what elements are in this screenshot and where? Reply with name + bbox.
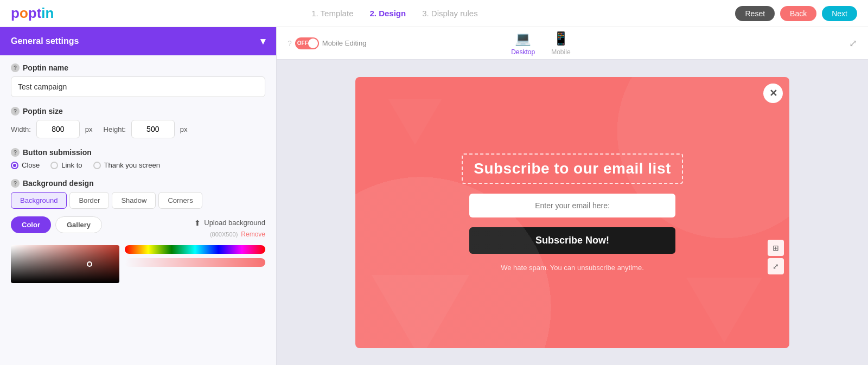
color-gradient[interactable] [11,245,119,283]
popup-email-input[interactable] [469,194,675,217]
sidebar: General settings ▾ ? Poptin name ? Popti… [0,27,277,365]
back-button[interactable]: Back [780,6,816,21]
radio-close-indicator [11,162,18,169]
upload-bg-size: (800X500) [210,231,238,238]
radio-close-label: Close [22,161,40,169]
gallery-button[interactable]: Gallery [55,216,102,233]
preview-toolbar: ? OFF Mobile Editing 💻 Desktop 📱 Mobile … [277,27,868,60]
resize-icon-btn[interactable]: ⤢ [768,258,784,274]
tab-shadow[interactable]: Shadow [112,192,156,209]
mobile-icon: 📱 [553,31,569,46]
radio-close[interactable]: Close [11,161,40,169]
poptin-name-group: ? Poptin name [11,63,265,97]
width-label: Width: [11,125,31,133]
spam-text: We hate spam. You can unsubscribe anytim… [501,264,644,272]
bg-design-tabs: Background Border Shadow Corners [11,192,265,209]
step-template[interactable]: 1. Template [311,9,353,18]
color-button[interactable]: Color [11,216,51,233]
gradient-indicator[interactable] [87,261,92,267]
preview-canvas: ✕ ⊞ ⤢ Subscribe to our email list Subscr… [277,60,868,365]
mobile-label: Mobile [551,48,570,56]
color-picker-area [11,245,265,283]
deco-triangle-top-left [388,99,442,145]
deco-triangle-bottom-right [686,278,762,343]
copy-icon-btn[interactable]: ⊞ [768,240,784,256]
height-label: Height: [104,125,126,133]
logo: poptin [11,5,54,22]
poptin-size-group: ? Poptin size Width: px Height: px [11,107,265,138]
radio-link-to-indicator [50,162,58,169]
steps: 1. Template 2. Design 3. Display rules [311,9,478,18]
header: poptin 1. Template 2. Design 3. Display … [0,0,868,27]
popup-title-wrapper[interactable]: Subscribe to our email list [462,153,683,184]
tab-corners[interactable]: Corners [158,192,202,209]
background-design-label: Background design [23,179,94,188]
subscribe-button[interactable]: Subscribe Now! [469,227,675,254]
upload-icon: ⬆ [194,219,201,227]
bg-design-help-icon[interactable]: ? [11,179,20,188]
tab-background[interactable]: Background [11,192,67,209]
sidebar-body: ? Poptin name ? Poptin size Width: px He… [0,55,276,301]
popup-title: Subscribe to our email list [474,160,671,177]
main-layout: General settings ▾ ? Poptin name ? Popti… [0,27,868,365]
button-submission-label-row: ? Button submission [11,148,265,157]
step-display-rules[interactable]: 3. Display rules [422,9,478,18]
toggle-off-label: OFF [297,40,308,46]
desktop-icon: 💻 [515,31,531,46]
device-tabs: 💻 Desktop 📱 Mobile [511,31,570,56]
poptin-size-help-icon[interactable]: ? [11,107,20,116]
popup-container: ✕ ⊞ ⤢ Subscribe to our email list Subscr… [355,77,789,348]
button-submission-help-icon[interactable]: ? [11,148,20,157]
alpha-bar[interactable] [125,258,265,267]
poptin-name-input[interactable] [11,76,265,97]
reset-button[interactable]: Reset [735,6,775,21]
popup-close-button[interactable]: ✕ [763,84,783,103]
width-input[interactable] [36,120,80,138]
height-px: px [180,125,188,133]
tab-border[interactable]: Border [69,192,109,209]
device-tab-mobile[interactable]: 📱 Mobile [551,31,570,56]
hue-bar[interactable] [125,245,265,254]
radio-thank-you-label: Thank you screen [104,161,160,169]
preview-area: ? OFF Mobile Editing 💻 Desktop 📱 Mobile … [277,27,868,365]
radio-group: Close Link to Thank you screen [11,161,265,169]
general-settings-header[interactable]: General settings ▾ [0,27,276,55]
radio-link-to-label: Link to [61,161,82,169]
button-submission-label: Button submission [23,148,92,157]
radio-thank-you[interactable]: Thank you screen [93,161,160,169]
mobile-editing-area: ? OFF Mobile Editing [288,37,366,49]
poptin-name-help-icon[interactable]: ? [11,63,20,72]
upload-bg-area[interactable]: ⬆ Upload background (800X500) Remove [194,219,265,238]
expand-icon[interactable]: ⤢ [849,37,857,49]
toggle-circle [308,39,318,48]
question-icon: ? [288,39,292,48]
mobile-editing-toggle[interactable]: OFF [295,37,319,49]
poptin-name-label: Poptin name [23,63,68,72]
poptin-size-label-row: ? Poptin size [11,107,265,116]
button-submission-group: ? Button submission Close Link to Thank … [11,148,265,169]
poptin-name-label-row: ? Poptin name [11,63,265,72]
background-design-label-row: ? Background design [11,179,265,188]
radio-link-to[interactable]: Link to [50,161,82,169]
background-design-group: ? Background design Background Border Sh… [11,179,265,283]
chevron-down-icon: ▾ [260,35,265,47]
size-row: Width: px Height: px [11,120,265,138]
desktop-label: Desktop [511,48,535,56]
remove-link[interactable]: Remove [241,230,265,238]
deco-triangle-bottom-left [372,275,469,348]
upload-row: Color Gallery ⬆ Upload background (800X5… [11,216,265,240]
poptin-size-label: Poptin size [23,107,63,116]
device-tab-desktop[interactable]: 💻 Desktop [511,31,535,56]
radio-thank-you-indicator [93,162,101,169]
step-design[interactable]: 2. Design [369,9,406,18]
height-input[interactable] [131,120,175,138]
color-gallery-row: Color Gallery [11,216,102,233]
width-px: px [85,125,93,133]
hue-sliders [125,245,265,283]
next-button[interactable]: Next [822,6,857,21]
general-settings-label: General settings [11,36,79,46]
mobile-editing-label: Mobile Editing [322,39,367,47]
popup-action-buttons: ⊞ ⤢ [768,240,784,274]
upload-bg-label: Upload background [204,219,265,227]
header-actions: Reset Back Next [735,6,857,21]
